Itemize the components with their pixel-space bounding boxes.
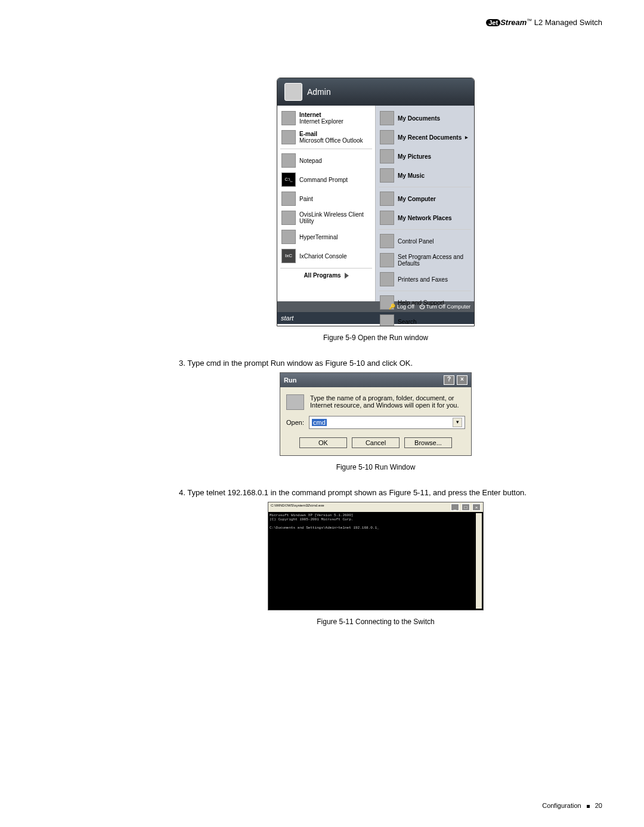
cmd-title-label: C:\WINDOWS\system32\cmd.exe: [271, 504, 324, 511]
notepad-icon: [281, 153, 296, 168]
run-input-value: cmd: [312, 419, 327, 426]
folder-icon: [380, 149, 394, 163]
menu-item-cmd[interactable]: C:\_ Command Prompt: [280, 170, 372, 189]
run-description: Type the name of a program, folder, docu…: [310, 394, 465, 410]
figure-5-10-caption: Figure 5-10 Run Window: [179, 463, 572, 471]
brand-name: Stream: [500, 18, 527, 27]
cmd-icon: C:\_: [281, 172, 296, 187]
footer-bullet-icon: [587, 805, 590, 808]
jet-logo: Jet: [486, 19, 500, 26]
page-footer: Configuration 20: [542, 802, 602, 809]
hyperterminal-icon: [281, 230, 296, 244]
minimize-button[interactable]: _: [451, 504, 459, 511]
menu-item-search[interactable]: Search: [379, 312, 471, 326]
menu-item-network[interactable]: My Network Places: [379, 208, 471, 227]
menu-item-ovislink[interactable]: OvisLink Wireless Client Utility: [280, 208, 372, 227]
menu-item-email[interactable]: E-mail Microsoft Office Outlook: [280, 128, 372, 147]
figure-5-9-caption: Figure 5-9 Open the Run window: [179, 334, 572, 342]
footer-section: Configuration: [542, 802, 581, 809]
internet-icon: [281, 111, 296, 125]
progaccess-icon: [380, 253, 394, 267]
close-button[interactable]: ×: [472, 504, 481, 511]
poweroff-icon: ⏻: [419, 304, 425, 310]
cmd-window-figure: C:\WINDOWS\system32\cmd.exe _ □ × Micros…: [268, 502, 484, 610]
close-title-button[interactable]: ×: [457, 375, 467, 385]
menu-item-controlpanel[interactable]: Control Panel: [379, 232, 471, 251]
arrow-right-icon: [345, 273, 349, 279]
log-off-button[interactable]: 🔑 Log Off: [389, 304, 414, 310]
search-icon: [380, 314, 394, 326]
start-menu-right-panel: My Documents My Recent Documents ▸ My Pi…: [376, 106, 474, 301]
paint-icon: [281, 192, 296, 206]
ovislink-icon: [281, 211, 296, 225]
run-input-field[interactable]: cmd ▾: [309, 416, 465, 429]
header-product: JetStream™ L2 Managed Switch: [486, 18, 602, 27]
computer-icon: [380, 192, 394, 206]
browse-button[interactable]: Browse...: [404, 437, 452, 448]
step-4-text: 4. Type telnet 192.168.0.1 in the comman…: [179, 488, 572, 497]
menu-item-mycomputer[interactable]: My Computer: [379, 189, 471, 208]
menu-item-progaccess[interactable]: Set Program Access and Defaults: [379, 251, 471, 270]
cmd-output[interactable]: Microsoft Windows XP [Version 5.1.2600] …: [270, 513, 476, 609]
folder-icon: [380, 168, 394, 183]
controlpanel-icon: [380, 234, 394, 248]
admin-label: Admin: [307, 87, 331, 97]
menu-item-printers[interactable]: Printers and Faxes: [379, 270, 471, 289]
folder-icon: [380, 111, 394, 125]
all-programs-button[interactable]: All Programs: [280, 268, 372, 282]
start-menu-header: Admin: [277, 78, 474, 106]
step-3-text: 3. Type cmd in the prompt Run window as …: [179, 359, 572, 368]
ok-button[interactable]: OK: [299, 437, 347, 448]
printer-icon: [380, 272, 394, 286]
admin-avatar-icon: [284, 83, 302, 101]
dropdown-arrow-icon[interactable]: ▾: [453, 418, 462, 427]
menu-item-mydocs[interactable]: My Documents: [379, 109, 471, 128]
start-menu-figure: Admin Internet Internet Explorer E-ma: [277, 78, 475, 326]
menu-item-ixchariot[interactable]: IxC IxChariot Console: [280, 246, 372, 266]
scrollbar[interactable]: [476, 513, 482, 609]
logoff-icon: 🔑: [389, 304, 395, 310]
folder-icon: [380, 130, 394, 144]
open-label: Open:: [286, 419, 304, 426]
menu-item-internet[interactable]: Internet Internet Explorer: [280, 109, 372, 128]
footer-page-number: 20: [595, 802, 602, 809]
email-icon: [281, 130, 296, 144]
run-dialog-figure: Run ? × Type the name of a program, fold…: [280, 372, 472, 456]
turn-off-button[interactable]: ⏻ Turn Off Computer: [419, 304, 470, 310]
figure-5-11-caption: Figure 5-11 Connecting to the Switch: [179, 618, 572, 626]
run-title-label: Run: [284, 377, 296, 384]
network-icon: [380, 211, 394, 225]
menu-item-paint[interactable]: Paint: [280, 189, 372, 208]
start-button-label: start: [281, 314, 293, 322]
help-title-button[interactable]: ?: [444, 375, 454, 385]
menu-item-music[interactable]: My Music: [379, 166, 471, 185]
menu-item-notepad[interactable]: Notepad: [280, 151, 372, 170]
menu-item-recent[interactable]: My Recent Documents ▸: [379, 128, 471, 147]
maximize-button[interactable]: □: [462, 504, 470, 511]
cmd-titlebar: C:\WINDOWS\system32\cmd.exe _ □ ×: [268, 502, 483, 512]
cancel-button[interactable]: Cancel: [352, 437, 400, 448]
submenu-arrow-icon: ▸: [465, 134, 468, 140]
menu-item-hyperterminal[interactable]: HyperTerminal: [280, 227, 372, 246]
run-dialog-titlebar: Run ? ×: [280, 373, 471, 387]
start-menu-left-panel: Internet Internet Explorer E-mail Micros…: [277, 106, 376, 301]
run-dialog-icon: [286, 394, 304, 410]
menu-item-pictures[interactable]: My Pictures: [379, 147, 471, 166]
ixchariot-icon: IxC: [281, 249, 296, 263]
